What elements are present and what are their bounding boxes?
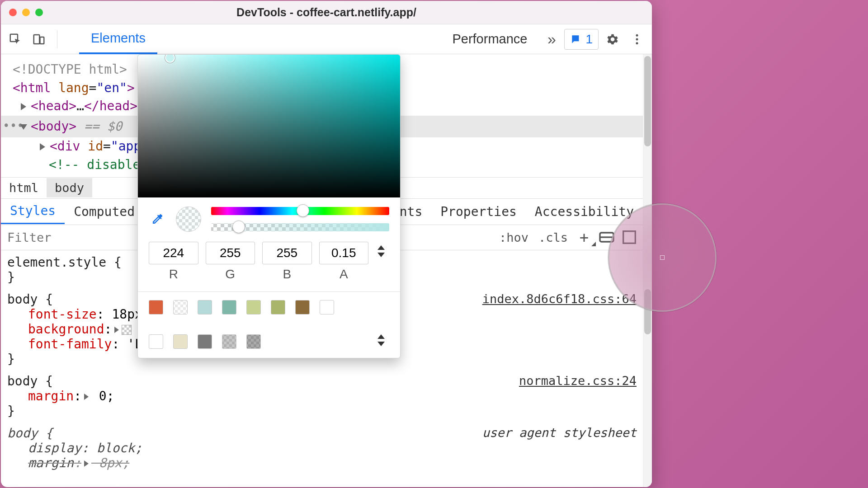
source-label: user agent stylesheet bbox=[482, 426, 637, 440]
svg-point-3 bbox=[636, 34, 638, 36]
device-toolbar-icon[interactable] bbox=[29, 29, 49, 49]
subtab-properties[interactable]: Properties bbox=[431, 199, 526, 224]
palette-swatch[interactable] bbox=[271, 300, 285, 314]
r-input[interactable] bbox=[149, 242, 198, 264]
color-format-toggle[interactable] bbox=[377, 245, 389, 257]
devtools-window: DevTools - coffee-cart.netlify.app/ Elem… bbox=[1, 1, 652, 487]
titlebar: DevTools - coffee-cart.netlify.app/ bbox=[1, 1, 652, 24]
crumb-body[interactable]: body bbox=[47, 178, 92, 197]
scrollbar[interactable] bbox=[643, 54, 652, 487]
palette-swatch[interactable] bbox=[149, 334, 163, 349]
tab-performance[interactable]: Performance bbox=[440, 24, 539, 54]
issues-button[interactable]: 1 bbox=[564, 29, 599, 50]
palette-swatch[interactable] bbox=[198, 334, 212, 349]
swatch-set-toggle[interactable] bbox=[377, 334, 389, 346]
expand-icon[interactable] bbox=[84, 460, 89, 467]
new-style-rule-button[interactable]: + bbox=[575, 228, 593, 246]
expand-icon[interactable] bbox=[40, 143, 45, 150]
palette-swatch[interactable] bbox=[246, 334, 261, 349]
window-title: DevTools - coffee-cart.netlify.app/ bbox=[9, 6, 644, 19]
issues-count: 1 bbox=[585, 32, 593, 47]
inspect-element-icon[interactable] bbox=[5, 29, 25, 49]
crumb-html[interactable]: html bbox=[1, 178, 47, 197]
palette-swatch[interactable] bbox=[198, 300, 212, 314]
scrollbar-thumb[interactable] bbox=[644, 289, 651, 334]
settings-icon[interactable] bbox=[602, 29, 623, 50]
palette-swatch[interactable] bbox=[222, 300, 236, 314]
color-swatch-icon[interactable] bbox=[122, 325, 132, 335]
hue-slider[interactable] bbox=[211, 207, 389, 215]
computed-styles-icon[interactable] bbox=[620, 228, 638, 246]
svg-point-4 bbox=[636, 38, 638, 40]
svg-rect-1 bbox=[34, 35, 40, 44]
main-area: <!DOCTYPE html> <html lang="en"> <head>…… bbox=[1, 54, 652, 487]
separator bbox=[57, 30, 57, 48]
minimize-window-button[interactable] bbox=[22, 9, 30, 16]
saturation-field[interactable] bbox=[138, 55, 400, 197]
expand-icon[interactable] bbox=[114, 327, 119, 333]
palette-swatch[interactable] bbox=[295, 300, 310, 314]
color-preview-swatch bbox=[176, 206, 201, 232]
alpha-thumb[interactable] bbox=[232, 221, 245, 233]
color-picker-popover: R G B A bbox=[137, 54, 401, 358]
palette-swatch[interactable] bbox=[246, 300, 261, 314]
svg-rect-7 bbox=[623, 231, 636, 244]
style-block-ua[interactable]: user agent stylesheet body { display: bl… bbox=[7, 426, 637, 470]
svg-point-5 bbox=[636, 42, 638, 44]
tab-elements[interactable]: Elements bbox=[79, 24, 157, 54]
collapse-icon[interactable] bbox=[20, 124, 27, 130]
eyedropper-icon[interactable] bbox=[149, 211, 166, 228]
palette-swatch[interactable] bbox=[149, 300, 163, 314]
subtab-styles[interactable]: Styles bbox=[1, 199, 65, 224]
panel-tabs: Elements bbox=[79, 24, 157, 54]
close-window-button[interactable] bbox=[9, 9, 17, 16]
palette-swatch[interactable] bbox=[222, 334, 236, 349]
palette-swatch[interactable] bbox=[320, 300, 334, 314]
window-controls bbox=[9, 9, 43, 16]
svg-rect-2 bbox=[40, 37, 44, 44]
source-link[interactable]: normalize.css:24 bbox=[519, 374, 637, 388]
expand-icon[interactable] bbox=[84, 394, 89, 400]
hue-thumb[interactable] bbox=[297, 204, 309, 217]
expand-icon[interactable] bbox=[21, 103, 26, 110]
more-options-icon[interactable] bbox=[627, 29, 647, 50]
zoom-window-button[interactable] bbox=[35, 9, 43, 16]
source-link[interactable]: index.8d6c6f18.css:64 bbox=[482, 292, 637, 306]
saturation-cursor[interactable] bbox=[165, 54, 175, 63]
subtab-computed[interactable]: Computed bbox=[65, 199, 144, 224]
b-input[interactable] bbox=[262, 242, 312, 264]
scrollbar-thumb[interactable] bbox=[644, 56, 651, 146]
hov-toggle[interactable]: :hov bbox=[496, 229, 531, 246]
flexbox-overlay-icon[interactable] bbox=[598, 228, 616, 246]
style-block-normalize[interactable]: normalize.css:24 body { margin: 0; } bbox=[7, 374, 637, 418]
palette-swatch[interactable] bbox=[173, 300, 188, 314]
a-input[interactable] bbox=[319, 242, 369, 264]
cls-toggle[interactable]: .cls bbox=[536, 229, 571, 246]
g-input[interactable] bbox=[206, 242, 255, 264]
subtab-accessibility[interactable]: Accessibility bbox=[526, 199, 643, 224]
main-toolbar: Elements Performance » 1 bbox=[1, 24, 652, 54]
alpha-slider[interactable] bbox=[211, 223, 389, 231]
more-tabs-icon[interactable]: » bbox=[542, 24, 561, 54]
color-swatches bbox=[149, 300, 389, 349]
palette-swatch[interactable] bbox=[173, 334, 188, 349]
